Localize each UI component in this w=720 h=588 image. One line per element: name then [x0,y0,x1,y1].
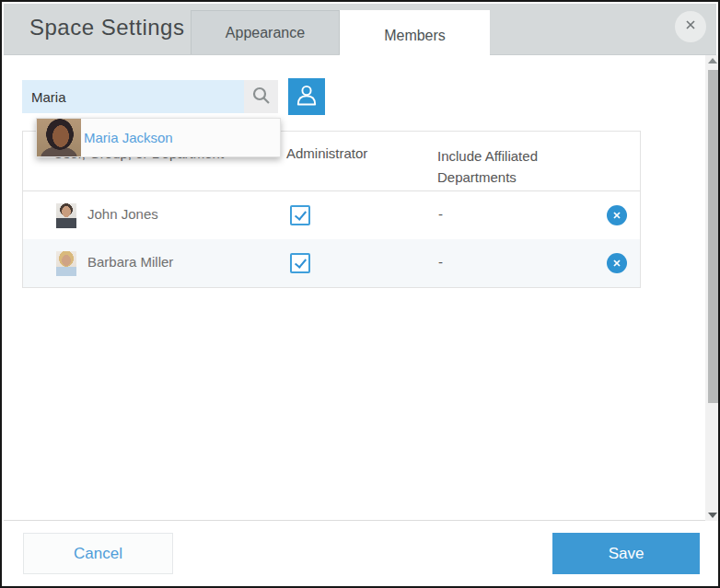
save-button-label: Save [609,545,645,563]
search-icon [251,86,272,109]
member-search [22,80,278,113]
member-name: John Jones [87,206,158,222]
table-row: John Jones - [23,191,640,239]
avatar [37,119,81,156]
close-icon [684,18,697,35]
affiliated-value: - [438,254,443,270]
remove-icon [612,209,621,223]
column-header-affiliated: Include Affiliated Departments [437,145,552,188]
scrollbar-thumb[interactable] [708,70,720,403]
tab-members[interactable]: Members [340,10,490,62]
remove-member-button[interactable] [607,253,627,273]
scroll-down-icon[interactable] [708,513,717,518]
cancel-button[interactable]: Cancel [23,533,173,574]
member-name: Barbara Miller [87,254,173,270]
scroll-up-icon[interactable] [708,58,717,63]
add-member-button[interactable] [288,78,325,115]
footer-divider [4,520,716,521]
column-header-administrator: Administrator [286,145,367,161]
search-button[interactable] [244,80,278,113]
close-button[interactable] [675,11,706,42]
search-suggestion-item[interactable]: Maria Jackson [36,118,281,157]
remove-icon [612,257,621,271]
table-row: Barbara Miller - [23,239,640,287]
tab-appearance[interactable]: Appearance [191,10,340,54]
tab-appearance-label: Appearance [226,25,305,41]
cancel-button-label: Cancel [74,545,122,563]
administrator-checkbox[interactable] [290,253,310,273]
page-title: Space Settings [29,15,184,40]
administrator-checkbox[interactable] [290,205,310,225]
remove-member-button[interactable] [607,205,627,225]
vertical-scrollbar[interactable] [705,55,720,521]
avatar [56,251,76,276]
suggestion-name: Maria Jackson [84,130,173,145]
search-input[interactable] [22,80,244,113]
save-button[interactable]: Save [552,533,700,574]
space-settings-dialog: Space Settings Appearance Members Maria … [0,0,720,588]
avatar [56,203,76,228]
affiliated-value: - [438,206,443,222]
person-icon [294,83,319,111]
tab-members-label: Members [384,28,446,44]
